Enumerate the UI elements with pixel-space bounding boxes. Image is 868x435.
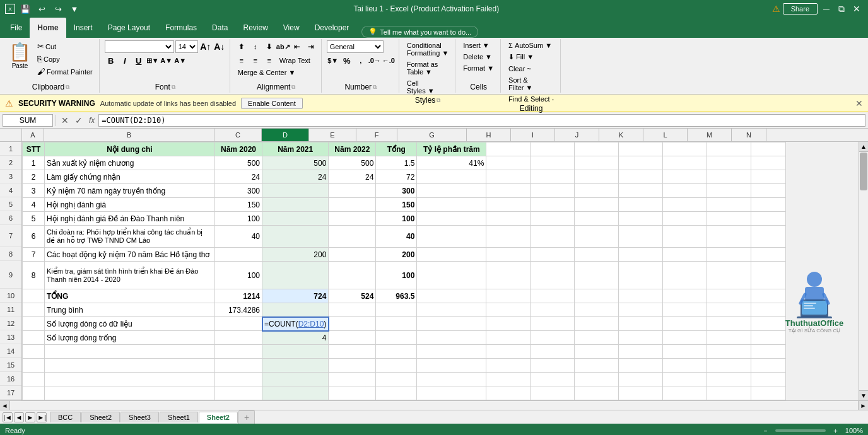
- cell-H5[interactable]: [486, 198, 531, 212]
- cell-H1[interactable]: [486, 142, 531, 156]
- cell-L11[interactable]: [663, 303, 707, 317]
- cell-F8[interactable]: 200: [376, 248, 417, 262]
- cell-L9[interactable]: [663, 262, 707, 289]
- cell-M6[interactable]: [707, 212, 751, 226]
- cell-A16[interactable]: [23, 373, 45, 386]
- cell-H8[interactable]: [486, 248, 531, 262]
- cell-N5[interactable]: [751, 198, 786, 212]
- row-num-8[interactable]: 8: [0, 247, 21, 261]
- cell-F14[interactable]: [376, 345, 417, 359]
- cell-F4[interactable]: 300: [376, 184, 417, 198]
- share-button[interactable]: Share: [783, 3, 818, 14]
- cell-N17[interactable]: [751, 386, 786, 400]
- cell-C4[interactable]: 300: [215, 184, 262, 198]
- tab-pagelayout[interactable]: Page Layout: [100, 18, 158, 38]
- sheet-tab-bcc[interactable]: BCC: [50, 412, 81, 422]
- cell-H13[interactable]: [486, 331, 531, 345]
- row-num-4[interactable]: 4: [0, 183, 21, 197]
- formula-input[interactable]: [98, 114, 865, 127]
- paste-button[interactable]: 📋 Paste: [6, 40, 33, 71]
- cell-J11[interactable]: [575, 303, 619, 317]
- cell-K15[interactable]: [619, 359, 663, 373]
- font-size-decrease[interactable]: A↓: [213, 40, 226, 53]
- border-button[interactable]: ⊞▼: [146, 54, 159, 67]
- fill-button[interactable]: ⬇ Fill ▼: [506, 52, 536, 62]
- sheet-nav-prev[interactable]: ◄: [14, 412, 24, 422]
- cell-I14[interactable]: [531, 345, 575, 359]
- cell-C6[interactable]: 100: [215, 212, 262, 226]
- sheet-tab-sheet2a[interactable]: Sheet2: [81, 412, 120, 422]
- scroll-right-btn[interactable]: ►: [858, 401, 868, 410]
- cell-N16[interactable]: [751, 373, 786, 386]
- align-bottom[interactable]: ⬇: [263, 40, 276, 53]
- cell-E7[interactable]: [329, 226, 376, 248]
- cell-G7[interactable]: [417, 226, 486, 248]
- cell-A12[interactable]: [23, 317, 45, 331]
- cell-G12[interactable]: [417, 317, 486, 331]
- cell-F9[interactable]: 100: [376, 262, 417, 289]
- cell-H12[interactable]: [486, 317, 531, 331]
- cell-N15[interactable]: [751, 359, 786, 373]
- sort-filter-button[interactable]: Sort &Filter ▼: [506, 75, 535, 93]
- cell-M8[interactable]: [707, 248, 751, 262]
- cell-E13[interactable]: [329, 331, 376, 345]
- align-left[interactable]: ≡: [235, 54, 248, 67]
- cell-B14[interactable]: [45, 345, 215, 359]
- cell-K5[interactable]: [619, 198, 663, 212]
- cell-B3[interactable]: Làm giấy chứng nhận: [45, 170, 215, 184]
- cell-H9[interactable]: [486, 262, 531, 289]
- cell-B11[interactable]: Trung bình: [45, 303, 215, 317]
- cell-A4[interactable]: 3: [23, 184, 45, 198]
- col-header-G[interactable]: G: [397, 129, 467, 141]
- cell-E10[interactable]: 524: [329, 289, 376, 303]
- cell-B12[interactable]: Số lượng dòng có dữ liệu: [45, 317, 215, 331]
- cell-M5[interactable]: [707, 198, 751, 212]
- styles-expand[interactable]: ⧉: [437, 97, 440, 104]
- cell-L15[interactable]: [663, 359, 707, 373]
- cell-I1[interactable]: [531, 142, 575, 156]
- tab-data[interactable]: Data: [204, 18, 235, 38]
- cell-K10[interactable]: [619, 289, 663, 303]
- cell-C11[interactable]: 173.4286: [215, 303, 262, 317]
- cell-D10[interactable]: 724: [262, 289, 329, 303]
- cell-G1[interactable]: Tỷ lệ phần trăm: [417, 142, 486, 156]
- cell-J16[interactable]: [575, 373, 619, 386]
- scroll-up-btn[interactable]: ▲: [859, 142, 868, 152]
- cell-K1[interactable]: [619, 142, 663, 156]
- col-header-F[interactable]: F: [356, 129, 397, 141]
- cell-K11[interactable]: [619, 303, 663, 317]
- cell-L3[interactable]: [663, 170, 707, 184]
- col-header-I[interactable]: I: [511, 129, 555, 141]
- cell-J10[interactable]: [575, 289, 619, 303]
- cell-J7[interactable]: [575, 226, 619, 248]
- cell-F6[interactable]: 100: [376, 212, 417, 226]
- cell-I5[interactable]: [531, 198, 575, 212]
- cell-B15[interactable]: [45, 359, 215, 373]
- quick-access-save[interactable]: 💾: [19, 3, 32, 15]
- align-right[interactable]: ≡: [263, 54, 276, 67]
- font-expand[interactable]: ⧉: [172, 84, 175, 91]
- cell-F10[interactable]: 963.5: [376, 289, 417, 303]
- alignment-expand[interactable]: ⧉: [291, 84, 295, 91]
- percent-format[interactable]: %: [341, 54, 353, 67]
- sheet-tab-sheet2b[interactable]: Sheet2: [199, 412, 238, 423]
- cell-B13[interactable]: Số lượng dòng trống: [45, 331, 215, 345]
- col-header-K[interactable]: K: [599, 129, 643, 141]
- sheet-tab-sheet3[interactable]: Sheet3: [120, 412, 159, 422]
- conditional-format-button[interactable]: ConditionalFormatting ▼: [404, 40, 452, 58]
- cell-E15[interactable]: [329, 359, 376, 373]
- cell-B5[interactable]: Hội nghị đánh giá: [45, 198, 215, 212]
- cell-A1[interactable]: STT: [23, 142, 45, 156]
- cell-H4[interactable]: [486, 184, 531, 198]
- cell-I15[interactable]: [531, 359, 575, 373]
- minimize-button[interactable]: ─: [820, 3, 833, 15]
- cell-A5[interactable]: 4: [23, 198, 45, 212]
- font-size-select[interactable]: 14: [175, 40, 198, 53]
- cell-J2[interactable]: [575, 156, 619, 170]
- cell-G11[interactable]: [417, 303, 486, 317]
- cell-D14[interactable]: [262, 345, 329, 359]
- cell-M4[interactable]: [707, 184, 751, 198]
- cell-E11[interactable]: [329, 303, 376, 317]
- cell-G8[interactable]: [417, 248, 486, 262]
- cell-K3[interactable]: [619, 170, 663, 184]
